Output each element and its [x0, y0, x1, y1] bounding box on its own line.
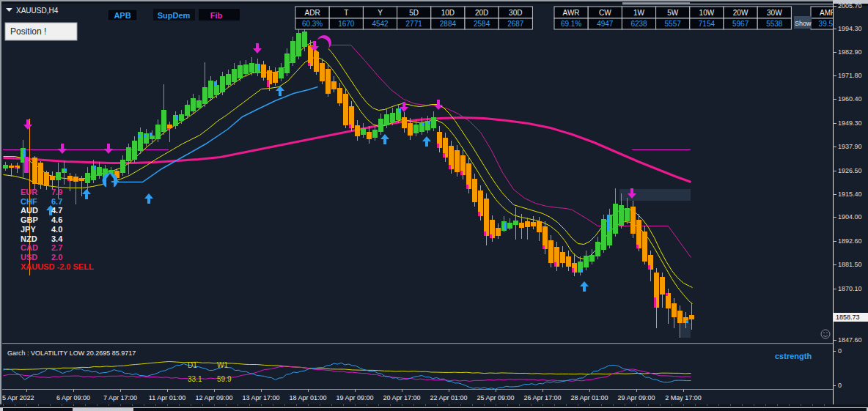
svg-text:1994.30: 1994.30	[838, 25, 862, 32]
svg-text:Y: Y	[378, 9, 383, 17]
svg-text:USD: USD	[21, 253, 37, 262]
svg-text:33.1: 33.1	[188, 375, 202, 383]
svg-text:D1: D1	[188, 361, 197, 369]
svg-text:7 Apr 17:00: 7 Apr 17:00	[103, 394, 137, 401]
svg-text:6 Apr 09:00: 6 Apr 09:00	[56, 394, 90, 401]
svg-text:18 Apr 01:00: 18 Apr 01:00	[289, 394, 326, 401]
svg-text:22 Apr 01:00: 22 Apr 01:00	[430, 394, 467, 401]
svg-text:1960.40: 1960.40	[838, 95, 862, 103]
svg-text:CHF: CHF	[21, 197, 37, 206]
svg-text:0: 0	[838, 382, 842, 389]
svg-text:5W: 5W	[667, 9, 679, 17]
svg-text:13 Apr 17:00: 13 Apr 17:00	[242, 394, 279, 401]
svg-text:5967: 5967	[732, 20, 749, 28]
svg-text:1926.50: 1926.50	[838, 167, 862, 174]
svg-text:T: T	[344, 9, 348, 17]
svg-text:20D: 20D	[475, 9, 488, 17]
svg-text:1W: 1W	[633, 9, 645, 17]
svg-text:5D: 5D	[409, 9, 419, 17]
svg-text:5 Apr 2022: 5 Apr 2022	[2, 394, 34, 401]
svg-text:20W: 20W	[733, 9, 749, 17]
svg-text:EUR: EUR	[21, 188, 37, 196]
svg-text:11 Apr 01:00: 11 Apr 01:00	[149, 394, 185, 401]
svg-text:2884: 2884	[440, 20, 457, 28]
svg-text:2584: 2584	[474, 20, 490, 28]
svg-text:60.3%: 60.3%	[302, 20, 323, 28]
svg-text:25 Apr 09:00: 25 Apr 09:00	[477, 394, 514, 401]
svg-text:2771: 2771	[406, 20, 423, 28]
svg-text:1971.80: 1971.80	[838, 72, 862, 79]
svg-text:Show: Show	[795, 20, 812, 27]
svg-text:1858.73: 1858.73	[836, 314, 860, 321]
svg-text:1670: 1670	[338, 20, 355, 28]
svg-text:1847.60: 1847.60	[838, 336, 862, 344]
svg-text:CW: CW	[599, 9, 611, 17]
svg-text:2005.70: 2005.70	[838, 2, 862, 10]
svg-text:6.7: 6.7	[51, 197, 62, 206]
svg-text:6238: 6238	[630, 20, 647, 28]
svg-text:1904.00: 1904.00	[838, 213, 862, 221]
svg-text:4.6: 4.6	[51, 215, 62, 224]
svg-text:Garch : VOLATILITY LOW 20.2695: Garch : VOLATILITY LOW 20.2695 85.9717	[7, 349, 136, 357]
svg-text:30W: 30W	[767, 9, 782, 17]
svg-text:30D: 30D	[509, 9, 522, 17]
svg-text:CAD: CAD	[21, 243, 38, 252]
svg-text:4.0: 4.0	[51, 225, 62, 234]
svg-text:2687: 2687	[507, 20, 524, 28]
svg-text:AWR: AWR	[563, 9, 580, 17]
svg-text:7.9: 7.9	[51, 188, 62, 196]
svg-text:12 Apr 09:00: 12 Apr 09:00	[195, 394, 232, 401]
svg-text:ADR: ADR	[305, 9, 320, 17]
svg-text:cstrength: cstrength	[775, 352, 812, 360]
svg-text:19 Apr 09:00: 19 Apr 09:00	[336, 394, 373, 401]
svg-text:W1: W1	[217, 361, 228, 369]
svg-text:5538: 5538	[766, 20, 783, 28]
svg-text:1870.10: 1870.10	[838, 285, 862, 292]
svg-text:1937.90: 1937.90	[838, 143, 862, 150]
svg-text:1915.40: 1915.40	[838, 190, 862, 198]
svg-text:SupDem: SupDem	[158, 11, 191, 20]
svg-text:29 Apr 09:00: 29 Apr 09:00	[617, 394, 655, 401]
svg-text:XAUUSD -2.0 SELL: XAUUSD -2.0 SELL	[21, 262, 94, 271]
svg-text:26 Apr 17:00: 26 Apr 17:00	[523, 394, 561, 401]
svg-text:2.7: 2.7	[51, 243, 62, 252]
svg-text:0: 0	[838, 347, 842, 355]
svg-text:GBP: GBP	[21, 215, 38, 224]
svg-text:Position !: Position !	[10, 26, 46, 37]
svg-text:2.0: 2.0	[51, 253, 62, 262]
svg-text:JPY: JPY	[21, 225, 36, 234]
svg-text:10D: 10D	[441, 9, 455, 17]
svg-text:2 May 17:00: 2 May 17:00	[665, 394, 702, 401]
svg-text:NZD: NZD	[21, 234, 37, 243]
svg-text:1881.50: 1881.50	[838, 261, 862, 268]
svg-text:5557: 5557	[665, 20, 682, 28]
svg-text:1949.30: 1949.30	[838, 119, 862, 127]
svg-text:28 Apr 01:00: 28 Apr 01:00	[570, 394, 608, 401]
svg-text:4542: 4542	[372, 20, 389, 28]
svg-text:59.9: 59.9	[217, 375, 232, 383]
svg-text:7154: 7154	[699, 20, 716, 28]
svg-text:3.4: 3.4	[51, 234, 63, 243]
svg-text:Fib: Fib	[210, 11, 223, 20]
svg-text:20 Apr 17:00: 20 Apr 17:00	[383, 394, 420, 401]
svg-text:10W: 10W	[699, 9, 715, 17]
svg-text:4.7: 4.7	[51, 206, 62, 215]
svg-text:XAUUSD,H4: XAUUSD,H4	[16, 7, 59, 15]
svg-text:1892.60: 1892.60	[838, 237, 862, 245]
svg-text:69.1%: 69.1%	[561, 20, 581, 28]
svg-text:1982.90: 1982.90	[838, 48, 862, 56]
svg-text:4947: 4947	[597, 20, 614, 28]
svg-text:AUD: AUD	[21, 206, 38, 215]
svg-text:APB: APB	[114, 11, 130, 20]
